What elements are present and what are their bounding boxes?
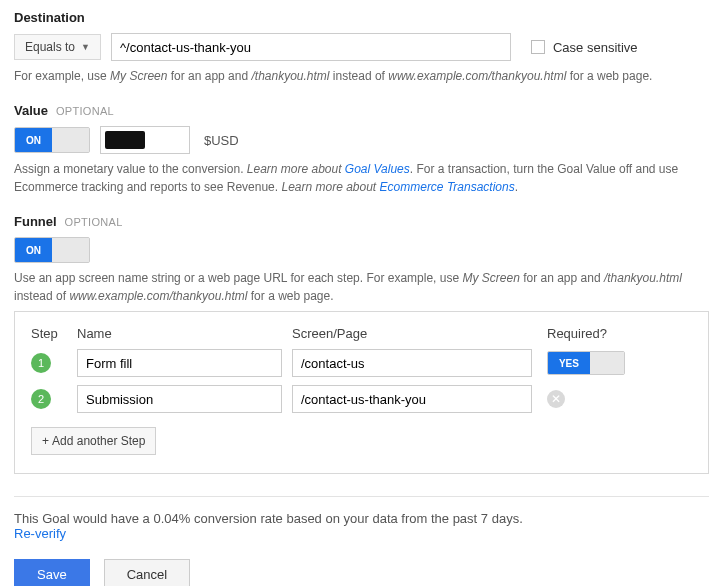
step-required-yes: YES [548, 352, 590, 374]
step-page-input[interactable] [292, 349, 532, 377]
cancel-button[interactable]: Cancel [104, 559, 190, 586]
step-name-input[interactable] [77, 349, 282, 377]
case-sensitive-checkbox[interactable] [531, 40, 545, 54]
funnel-row: 2 ✕ [31, 385, 692, 413]
value-amount-redacted [105, 131, 145, 149]
goal-values-link[interactable]: Goal Values [345, 162, 410, 176]
value-toggle-off [52, 128, 89, 152]
step-page-input[interactable] [292, 385, 532, 413]
value-optional-label: OPTIONAL [56, 105, 114, 117]
destination-url-input[interactable] [111, 33, 511, 61]
divider [14, 496, 709, 497]
case-sensitive-label: Case sensitive [553, 40, 638, 55]
value-toggle[interactable]: ON [14, 127, 90, 153]
step-required-off [590, 352, 624, 374]
funnel-row: 1 YES [31, 349, 692, 377]
col-page: Screen/Page [292, 326, 547, 341]
destination-help: For example, use My Screen for an app an… [14, 67, 709, 85]
match-type-dropdown[interactable]: Equals to ▼ [14, 34, 101, 60]
value-title: Value [14, 103, 48, 118]
funnel-toggle[interactable]: ON [14, 237, 90, 263]
value-amount-input[interactable] [100, 126, 190, 154]
add-step-button[interactable]: + Add another Step [31, 427, 156, 455]
match-type-label: Equals to [25, 40, 75, 54]
step-number-badge: 1 [31, 353, 51, 373]
funnel-toggle-off [52, 238, 89, 262]
funnel-steps-table: Step Name Screen/Page Required? 1 YES 2 … [14, 311, 709, 474]
destination-title: Destination [14, 10, 709, 25]
reverify-link[interactable]: Re-verify [14, 526, 66, 541]
col-required: Required? [547, 326, 647, 341]
value-toggle-on: ON [15, 128, 52, 152]
step-number-badge: 2 [31, 389, 51, 409]
funnel-toggle-on: ON [15, 238, 52, 262]
step-required-toggle[interactable]: YES [547, 351, 625, 375]
remove-step-icon[interactable]: ✕ [547, 390, 565, 408]
funnel-title: Funnel [14, 214, 57, 229]
currency-label: $USD [204, 133, 239, 148]
value-help: Assign a monetary value to the conversio… [14, 160, 709, 196]
plus-icon: + [42, 434, 49, 448]
save-button[interactable]: Save [14, 559, 90, 586]
col-step: Step [31, 326, 77, 341]
conversion-rate-msg: This Goal would have a 0.04% conversion … [14, 511, 709, 526]
col-name: Name [77, 326, 292, 341]
chevron-down-icon: ▼ [81, 42, 90, 52]
funnel-optional-label: OPTIONAL [65, 216, 123, 228]
funnel-help: Use an app screen name string or a web p… [14, 269, 709, 305]
step-name-input[interactable] [77, 385, 282, 413]
add-step-label: Add another Step [52, 434, 145, 448]
ecommerce-transactions-link[interactable]: Ecommerce Transactions [380, 180, 515, 194]
